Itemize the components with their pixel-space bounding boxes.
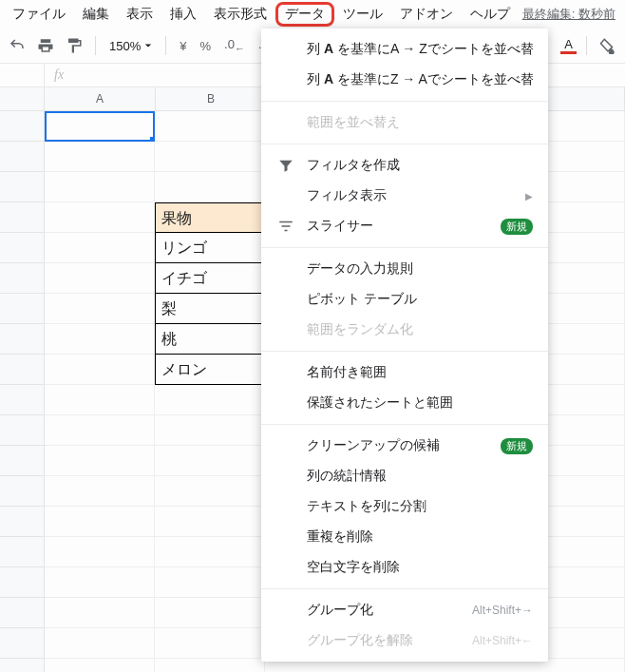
cell-B7[interactable]: 梨 <box>155 294 265 324</box>
menu-tools[interactable]: ツール <box>334 2 391 27</box>
zoom-value: 150% <box>109 39 141 53</box>
cell[interactable] <box>155 415 265 446</box>
menu-insert[interactable]: 挿入 <box>161 2 205 27</box>
menu-split-text[interactable]: テキストを列に分割 <box>261 491 548 522</box>
cell[interactable] <box>155 628 265 659</box>
menu-addons[interactable]: アドオン <box>391 2 462 27</box>
cell[interactable] <box>45 507 155 537</box>
menu-item-label: 列 A を基準にA → Zでシートを並べ替え <box>307 41 533 58</box>
row-header[interactable] <box>0 415 45 446</box>
menu-data[interactable]: データ <box>275 2 334 27</box>
format-currency-button[interactable]: ¥ <box>176 39 190 53</box>
paint-format-button[interactable] <box>63 34 85 57</box>
text-color-button[interactable]: A <box>560 38 577 54</box>
cell-B9[interactable]: メロン <box>155 355 265 385</box>
menu-filter-views[interactable]: フィルタ表示 ▶ <box>261 181 548 211</box>
cell[interactable] <box>45 385 155 415</box>
cell-A5[interactable] <box>45 233 155 263</box>
menu-slicer[interactable]: スライサー 新規 <box>261 211 548 241</box>
row-header[interactable] <box>0 537 45 567</box>
cell-B4[interactable]: 果物 <box>155 202 265 233</box>
cell[interactable] <box>155 567 265 598</box>
decrease-decimal-button[interactable]: .0← <box>220 37 249 54</box>
menu-group[interactable]: グループ化 Alt+Shift+→ <box>261 595 548 625</box>
menu-column-stats[interactable]: 列の統計情報 <box>261 461 548 491</box>
row-header[interactable] <box>0 507 45 537</box>
format-percent-button[interactable]: % <box>196 39 215 53</box>
name-box[interactable] <box>0 64 45 86</box>
cell-A8[interactable] <box>45 324 155 355</box>
cell-A4[interactable] <box>45 202 155 233</box>
cell[interactable] <box>155 659 265 672</box>
row-header[interactable] <box>0 567 45 598</box>
menu-sort-sheet-za[interactable]: 列 A を基準にZ → Aでシートを並べ替え <box>261 65 548 95</box>
menu-format[interactable]: 表示形式 <box>205 2 275 27</box>
cell-A2[interactable] <box>45 142 155 172</box>
undo-button[interactable] <box>6 34 28 57</box>
cell-A9[interactable] <box>45 355 155 385</box>
row-header[interactable] <box>0 111 45 142</box>
row-header[interactable] <box>0 202 45 233</box>
cell[interactable] <box>45 415 155 446</box>
cell[interactable] <box>45 659 155 672</box>
menu-protected-sheets[interactable]: 保護されたシートと範囲 <box>261 388 548 418</box>
menu-data-validation[interactable]: データの入力規則 <box>261 254 548 284</box>
cell-B3[interactable] <box>155 172 265 202</box>
col-header-B[interactable]: B <box>156 87 267 110</box>
menu-pivot-table[interactable]: ピボット テーブル <box>261 284 548 315</box>
row-header[interactable] <box>0 598 45 628</box>
col-header-A[interactable]: A <box>45 87 156 110</box>
row-header[interactable] <box>0 294 45 324</box>
cell-A3[interactable] <box>45 172 155 202</box>
zoom-dropdown[interactable]: 150% <box>105 39 156 53</box>
menu-remove-duplicates[interactable]: 重複を削除 <box>261 522 548 552</box>
cell-B6[interactable]: イチゴ <box>155 263 265 294</box>
row-header[interactable] <box>0 446 45 476</box>
menu-separator <box>261 101 548 102</box>
row-header[interactable] <box>0 476 45 507</box>
cell[interactable] <box>155 537 265 567</box>
last-edit-link[interactable]: 最終編集: 数秒前 <box>522 6 621 23</box>
menu-file[interactable]: ファイル <box>4 2 74 27</box>
cell[interactable] <box>155 446 265 476</box>
row-header[interactable] <box>0 385 45 415</box>
fill-color-button[interactable] <box>597 34 619 57</box>
cell-A6[interactable] <box>45 263 155 294</box>
cell[interactable] <box>45 476 155 507</box>
menu-named-ranges[interactable]: 名前付き範囲 <box>261 357 548 388</box>
cell[interactable] <box>45 537 155 567</box>
row-header[interactable] <box>0 324 45 355</box>
cell-A1[interactable] <box>45 111 155 142</box>
menu-view[interactable]: 表示 <box>118 2 161 27</box>
menu-item-label: フィルタ表示 <box>307 187 514 204</box>
menu-trim-whitespace[interactable]: 空白文字を削除 <box>261 552 548 583</box>
cell[interactable] <box>45 446 155 476</box>
cell-B8[interactable]: 桃 <box>155 324 265 355</box>
cell[interactable] <box>45 567 155 598</box>
row-header[interactable] <box>0 172 45 202</box>
menu-sort-sheet-az[interactable]: 列 A を基準にA → Zでシートを並べ替え <box>261 34 548 65</box>
cell[interactable] <box>155 385 265 415</box>
row-header[interactable] <box>0 355 45 385</box>
cell[interactable] <box>155 507 265 537</box>
row-header[interactable] <box>0 628 45 659</box>
cell[interactable] <box>155 598 265 628</box>
shortcut-hint: Alt+Shift+→ <box>472 604 533 617</box>
cell-A7[interactable] <box>45 294 155 324</box>
menu-help[interactable]: ヘルプ <box>462 2 519 27</box>
cell-B1[interactable] <box>155 111 265 142</box>
print-button[interactable] <box>34 34 57 57</box>
row-header[interactable] <box>0 142 45 172</box>
row-header[interactable] <box>0 659 45 672</box>
menu-create-filter[interactable]: フィルタを作成 <box>261 150 548 181</box>
menu-cleanup-suggestions[interactable]: クリーンアップの候補 新規 <box>261 431 548 461</box>
cell[interactable] <box>45 628 155 659</box>
cell-B2[interactable] <box>155 142 265 172</box>
cell[interactable] <box>45 598 155 628</box>
cell[interactable] <box>155 476 265 507</box>
menu-edit[interactable]: 編集 <box>74 2 118 27</box>
row-header[interactable] <box>0 233 45 263</box>
cell-B5[interactable]: リンゴ <box>155 233 265 263</box>
select-all-corner[interactable] <box>0 87 45 110</box>
row-header[interactable] <box>0 263 45 294</box>
